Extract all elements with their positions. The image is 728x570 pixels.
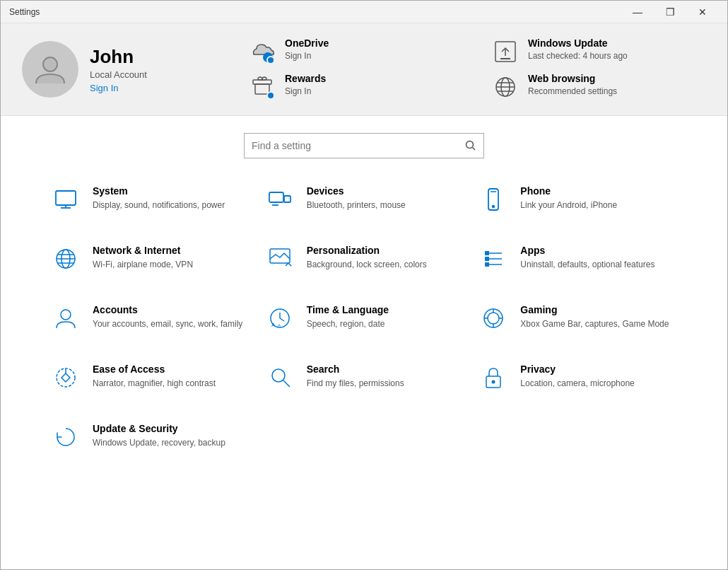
svg-line-11 xyxy=(473,148,476,151)
svg-point-33 xyxy=(61,310,71,320)
privacy-title: Privacy xyxy=(520,363,634,375)
apps-title: Apps xyxy=(520,245,654,256)
header-section: John Local Account Sign In OneDrive Sign… xyxy=(1,23,727,116)
personalization-desc: Background, lock screen, colors xyxy=(307,258,427,271)
time-language-title: Time & Language xyxy=(307,304,389,315)
search-input[interactable] xyxy=(252,140,459,151)
update-security-icon xyxy=(50,421,81,453)
ease-of-access-icon xyxy=(50,362,81,393)
onedrive-badge xyxy=(266,56,275,64)
gaming-desc: Xbox Game Bar, captures, Game Mode xyxy=(520,318,669,330)
avatar xyxy=(22,41,78,98)
system-text: System Display, sound, notifications, po… xyxy=(93,184,225,211)
accounts-desc: Your accounts, email, sync, work, family xyxy=(93,318,242,330)
windows-update-icon xyxy=(491,37,519,66)
gaming-title: Gaming xyxy=(520,304,669,315)
web-browsing-name: Web browsing xyxy=(528,73,617,84)
svg-point-50 xyxy=(492,380,495,384)
network-title: Network & Internet xyxy=(93,245,193,256)
service-windows-update[interactable]: Windows Update Last checked: 4 hours ago xyxy=(491,37,706,66)
search-box xyxy=(244,133,484,158)
onedrive-icon xyxy=(248,37,276,66)
svg-line-48 xyxy=(283,380,290,387)
phone-icon xyxy=(478,184,509,215)
ease-of-access-desc: Narrator, magnifier, high contrast xyxy=(93,377,216,390)
svg-rect-16 xyxy=(284,196,290,202)
svg-point-0 xyxy=(43,57,57,71)
time-language-text: Time & Language Speech, region, date xyxy=(307,303,389,330)
system-desc: Display, sound, notifications, power xyxy=(93,199,225,211)
rewards-name: Rewards xyxy=(285,73,326,84)
svg-text:A: A xyxy=(271,322,276,328)
services-section: OneDrive Sign In Windows Update Last che… xyxy=(248,37,706,101)
web-browsing-icon xyxy=(491,73,519,101)
username: John xyxy=(90,46,147,68)
time-language-desc: Speech, region, date xyxy=(307,318,389,330)
onedrive-text: OneDrive Sign In xyxy=(285,37,329,62)
setting-personalization[interactable]: Personalization Background, lock screen,… xyxy=(257,229,471,289)
accounts-title: Accounts xyxy=(93,304,242,315)
windows-update-name: Windows Update xyxy=(528,37,628,49)
svg-line-36 xyxy=(280,318,284,321)
restore-button[interactable]: ❐ xyxy=(654,1,686,23)
svg-rect-31 xyxy=(485,257,489,261)
update-security-desc: Windows Update, recovery, backup xyxy=(93,436,225,449)
svg-rect-3 xyxy=(253,80,271,84)
web-browsing-text: Web browsing Recommended settings xyxy=(528,73,617,98)
privacy-icon xyxy=(478,362,509,393)
app-title: Settings xyxy=(9,7,40,17)
onedrive-name: OneDrive xyxy=(285,37,329,49)
close-button[interactable]: ✕ xyxy=(686,1,719,23)
update-security-title: Update & Security xyxy=(93,423,225,434)
setting-phone[interactable]: Phone Link your Android, iPhone xyxy=(471,170,685,229)
setting-update-security[interactable]: Update & Security Windows Update, recove… xyxy=(43,407,257,467)
network-icon xyxy=(50,243,81,274)
service-onedrive[interactable]: OneDrive Sign In xyxy=(248,37,463,66)
network-desc: Wi-Fi, airplane mode, VPN xyxy=(93,258,193,271)
devices-text: Devices Bluetooth, printers, mouse xyxy=(307,184,406,211)
setting-time-language[interactable]: AA Time & Language Speech, region, date xyxy=(257,289,471,348)
setting-accounts[interactable]: Accounts Your accounts, email, sync, wor… xyxy=(43,289,257,348)
phone-text: Phone Link your Android, iPhone xyxy=(520,184,617,211)
setting-gaming[interactable]: Gaming Xbox Game Bar, captures, Game Mod… xyxy=(471,289,685,348)
user-section: John Local Account Sign In xyxy=(22,41,220,98)
search-title: Search xyxy=(307,363,404,375)
setting-devices[interactable]: Devices Bluetooth, printers, mouse xyxy=(257,170,471,229)
setting-ease-of-access[interactable]: Ease of Access Narrator, magnifier, high… xyxy=(43,348,257,407)
search-container xyxy=(1,116,727,170)
ease-of-access-text: Ease of Access Narrator, magnifier, high… xyxy=(93,362,216,390)
ease-of-access-title: Ease of Access xyxy=(93,363,216,375)
setting-apps[interactable]: Apps Uninstall, defaults, optional featu… xyxy=(471,229,685,289)
phone-title: Phone xyxy=(520,185,617,197)
rewards-text: Rewards Sign In xyxy=(285,73,326,98)
account-type: Local Account xyxy=(90,69,147,80)
rewards-badge xyxy=(266,91,275,100)
personalization-title: Personalization xyxy=(307,245,427,256)
gaming-icon xyxy=(478,303,509,334)
privacy-desc: Location, camera, microphone xyxy=(520,377,634,390)
devices-icon xyxy=(264,184,295,215)
svg-text:A: A xyxy=(278,323,281,327)
service-web-browsing[interactable]: Web browsing Recommended settings xyxy=(491,73,706,101)
personalization-icon xyxy=(264,243,295,274)
svg-rect-30 xyxy=(485,251,489,255)
search-setting-icon xyxy=(264,362,295,393)
service-rewards[interactable]: Rewards Sign In xyxy=(248,73,463,101)
settings-grid: System Display, sound, notifications, po… xyxy=(43,170,685,467)
privacy-text: Privacy Location, camera, microphone xyxy=(520,362,634,390)
minimize-button[interactable]: — xyxy=(621,1,654,23)
svg-rect-15 xyxy=(269,192,283,202)
setting-system[interactable]: System Display, sound, notifications, po… xyxy=(43,170,257,229)
windows-update-text: Windows Update Last checked: 4 hours ago xyxy=(528,37,628,62)
time-language-icon: AA xyxy=(264,303,295,334)
rewards-sub: Sign In xyxy=(285,86,326,98)
svg-point-40 xyxy=(488,313,499,324)
signin-link[interactable]: Sign In xyxy=(90,83,147,93)
system-icon xyxy=(50,184,81,215)
apps-desc: Uninstall, defaults, optional features xyxy=(520,258,654,271)
update-security-text: Update & Security Windows Update, recove… xyxy=(93,421,225,449)
svg-rect-12 xyxy=(56,191,76,205)
setting-search[interactable]: Search Find my files, permissions xyxy=(257,348,471,407)
setting-network[interactable]: Network & Internet Wi-Fi, airplane mode,… xyxy=(43,229,257,289)
setting-privacy[interactable]: Privacy Location, camera, microphone xyxy=(471,348,685,407)
